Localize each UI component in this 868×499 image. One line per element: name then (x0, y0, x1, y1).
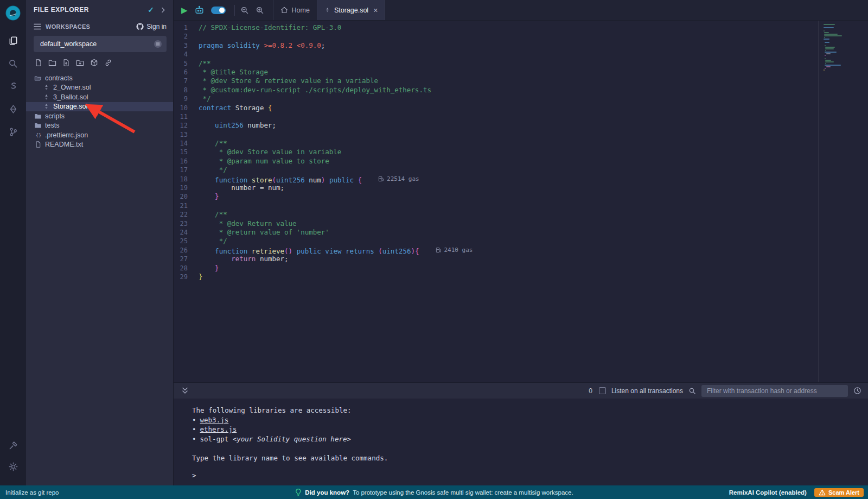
file-explorer-icon[interactable] (8, 36, 18, 46)
line-number: 8 (174, 86, 199, 94)
zoom-out-icon[interactable] (240, 6, 249, 15)
code-line[interactable]: 5/** (174, 59, 868, 68)
settings-gear-icon[interactable] (9, 462, 18, 471)
create-file-icon[interactable] (35, 59, 42, 67)
did-you-know-tip: Did you know? To prototype using the Gno… (295, 488, 573, 496)
chevron-right-icon[interactable] (159, 7, 167, 14)
zoom-in-icon[interactable] (256, 6, 264, 15)
solidity-compiler-icon[interactable] (9, 81, 18, 91)
git-branch-icon[interactable] (9, 127, 18, 137)
upload-folder-icon[interactable] (76, 59, 84, 67)
transaction-filter-input[interactable] (701, 385, 848, 397)
copilot-status[interactable]: RemixAI Copilot (enabled) (729, 489, 807, 496)
terminal-link[interactable]: ethers.js (200, 425, 237, 433)
history-clock-icon[interactable] (853, 387, 861, 395)
code-line[interactable]: 8 * @custom:dev-run-script ./scripts/dep… (174, 86, 868, 94)
code-line[interactable]: 14 /** (174, 139, 868, 148)
main-area: ▶ Home (174, 0, 868, 485)
close-tab-icon[interactable]: × (373, 7, 378, 14)
code-line[interactable]: 12 uint256 number; (174, 121, 868, 130)
sign-in-button[interactable]: Sign in (136, 23, 167, 30)
code-line[interactable]: 23 * @dev Return value (174, 219, 868, 228)
code-line[interactable]: 21 (174, 201, 868, 210)
code-line[interactable]: 2 (174, 32, 868, 41)
code-line[interactable]: 17 */ (174, 166, 868, 174)
terminal-prompt[interactable]: > (192, 471, 196, 479)
code-line[interactable]: 29} (174, 273, 868, 281)
expand-terminal-icon[interactable] (181, 387, 189, 394)
git-init-button[interactable]: Initialize as git repo (5, 489, 59, 496)
code-line[interactable]: 3pragma solidity >=0.8.2 <0.9.0; (174, 41, 868, 50)
tab-home[interactable]: Home (273, 0, 317, 20)
code-line[interactable]: 11 (174, 112, 868, 121)
terminal-link[interactable]: web3.js (200, 416, 229, 424)
link-icon[interactable] (104, 59, 112, 67)
line-number: 12 (174, 121, 199, 130)
tree-item-3-ballot-sol[interactable]: 3_Ballot.sol (26, 92, 173, 102)
code-line[interactable]: 1// SPDX-License-Identifier: GPL-3.0 (174, 23, 868, 32)
tree-item-label: .prettierrc.json (45, 131, 88, 139)
tip-label: Did you know? (305, 489, 349, 496)
workspace-select[interactable]: default_workspace (34, 36, 167, 52)
tree-item-2-owner-sol[interactable]: 2_Owner.sol (26, 83, 173, 93)
code-line[interactable]: 22 /** (174, 210, 868, 219)
code-line[interactable]: 18 function store(uint256 num) public {2… (174, 175, 868, 184)
code-line[interactable]: 24 * @return value of 'number' (174, 228, 868, 237)
tree-item-contracts[interactable]: contracts (26, 73, 173, 83)
code-line[interactable]: 10contract Storage { (174, 104, 868, 112)
minimap[interactable] (821, 22, 861, 71)
code-line[interactable]: 19 number = num; (174, 184, 868, 192)
solidity-icon (42, 103, 50, 110)
workspace-options-icon[interactable] (154, 40, 162, 48)
terminal-search-icon[interactable] (688, 387, 696, 395)
scam-alert-button[interactable]: Scam Alert (814, 488, 864, 497)
line-number: 17 (174, 166, 199, 174)
line-number: 9 (174, 94, 199, 103)
code-line[interactable]: 6 * @title Storage (174, 68, 868, 77)
ai-assistant-robot-icon[interactable] (194, 5, 205, 15)
tree-item-storage-sol[interactable]: Storage.sol (26, 102, 173, 112)
code-line[interactable]: 4 (174, 50, 868, 59)
code-line[interactable]: 20 } (174, 192, 868, 201)
tree-item--prettierrc-json[interactable]: {}.prettierrc.json (26, 130, 173, 140)
status-bar: Initialize as git repo Did you know? To … (0, 485, 868, 499)
workspaces-menu-icon[interactable] (34, 23, 41, 30)
code-line[interactable]: 13 (174, 130, 868, 139)
transaction-count: 0 (589, 387, 592, 395)
editor-scrollbar[interactable] (818, 21, 819, 382)
tree-item-scripts[interactable]: scripts (26, 111, 173, 121)
terminal-line: •web3.js (192, 415, 868, 425)
line-number: 4 (174, 50, 199, 59)
code-line[interactable]: 28 } (174, 264, 868, 273)
deploy-run-icon[interactable] (9, 104, 18, 114)
search-icon[interactable] (8, 59, 18, 68)
gas-estimate-badge: 2410 gas (436, 246, 473, 255)
tab-storage-sol[interactable]: Storage.sol × (317, 0, 385, 20)
tree-item-readme-txt[interactable]: README.txt (26, 140, 173, 150)
code-line[interactable]: 7 * @dev Store & retrieve value in a var… (174, 77, 868, 85)
icon-sidebar (0, 0, 26, 485)
code-line[interactable]: 27 return number; (174, 255, 868, 263)
remix-logo-icon[interactable] (4, 4, 22, 22)
tree-item-tests[interactable]: tests (26, 121, 173, 131)
hammer-icon[interactable] (9, 441, 18, 450)
terminal[interactable]: The following libraries are accessible:•… (174, 399, 868, 485)
create-folder-icon[interactable] (48, 59, 56, 67)
upload-file-icon[interactable] (62, 59, 70, 67)
copilot-toggle[interactable] (211, 7, 226, 14)
svg-text:{}: {} (35, 132, 41, 138)
run-script-button[interactable]: ▶ (181, 6, 188, 14)
code-editor[interactable]: 1// SPDX-License-Identifier: GPL-3.023pr… (174, 21, 868, 382)
check-icon[interactable]: ✓ (148, 5, 154, 14)
listen-all-transactions-checkbox[interactable] (599, 387, 606, 394)
line-number: 7 (174, 77, 199, 85)
workspaces-label: WORKSPACES (46, 23, 132, 30)
code-line[interactable]: 26 function retrieve() public view retur… (174, 246, 868, 255)
code-line[interactable]: 15 * @dev Store value in variable (174, 148, 868, 156)
line-number: 13 (174, 130, 199, 139)
terminal-output: The following libraries are accessible:•… (192, 406, 868, 463)
code-line[interactable]: 16 * @param num value to store (174, 157, 868, 166)
publish-ipfs-cube-icon[interactable] (90, 59, 98, 67)
code-line[interactable]: 25 */ (174, 237, 868, 245)
code-line[interactable]: 9 */ (174, 94, 868, 103)
